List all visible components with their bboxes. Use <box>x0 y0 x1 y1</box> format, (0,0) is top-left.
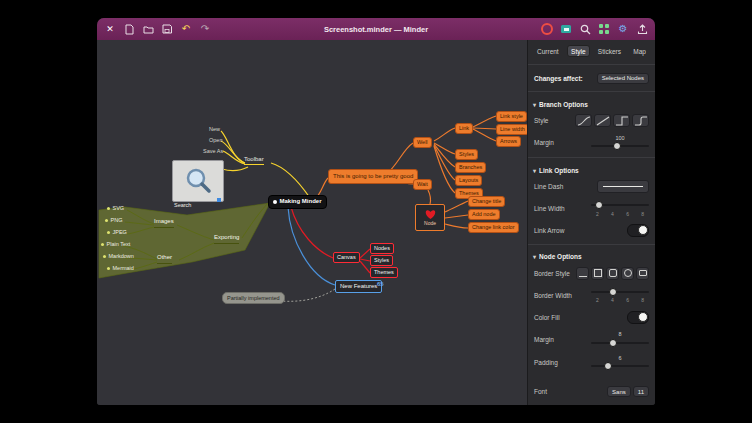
tab-map[interactable]: Map <box>629 45 650 57</box>
node-wait[interactable]: Wait <box>413 179 432 190</box>
node-toolbar-saveas[interactable]: Save As <box>203 148 223 155</box>
sidebar: Current Style Stickers Map Changes affec… <box>527 40 655 405</box>
underline-glyph <box>579 269 587 277</box>
tab-stickers[interactable]: Stickers <box>594 45 625 57</box>
close-icon[interactable]: ✕ <box>104 23 116 35</box>
branch-options-header[interactable]: ▾ Branch Options <box>533 101 650 108</box>
branch-options-title: Branch Options <box>539 101 588 108</box>
border-style-rounded4-button[interactable] <box>621 267 634 280</box>
color-fill-label: Color Fill <box>534 314 560 321</box>
branch-style-squared-button[interactable] <box>613 114 630 127</box>
link-arrow-row: Link Arrow <box>534 225 649 237</box>
node-partially-implemented[interactable]: Partially implemented <box>222 292 285 304</box>
font-size-spinner[interactable]: 11 <box>633 386 649 397</box>
border-width-slider[interactable] <box>591 287 649 296</box>
node-nodes[interactable]: Nodes <box>370 243 394 254</box>
heart-node-label: Node <box>424 220 436 226</box>
node-red-themes[interactable]: Themes <box>370 267 398 278</box>
branch-margin-label: Margin <box>534 139 554 146</box>
line-width-slider[interactable] <box>591 201 649 210</box>
node-line-width[interactable]: Line width <box>496 124 527 135</box>
branch-style-label: Style <box>534 117 548 124</box>
leaf-label: JPEG <box>113 229 127 236</box>
node-arrows[interactable]: Arrows <box>496 136 521 147</box>
node-change-link-color[interactable]: Change link color <box>468 222 519 233</box>
mindmap-canvas[interactable]: Making Minder Toolbar New Open Save As S… <box>97 40 527 405</box>
node-link[interactable]: Link <box>455 123 473 134</box>
tab-style[interactable]: Style <box>567 45 589 57</box>
node-other[interactable]: Other <box>157 254 172 264</box>
branch-style-row: Style <box>534 115 649 127</box>
node-svg[interactable]: SVG <box>107 205 124 212</box>
undo-icon[interactable]: ↶ <box>180 23 192 35</box>
open-folder-icon[interactable] <box>142 23 154 35</box>
grid-glyph <box>599 24 609 34</box>
color-fill-switch[interactable] <box>627 311 649 324</box>
selection-handle[interactable] <box>217 198 221 202</box>
link-options-header[interactable]: ▾ Link Options <box>533 167 650 174</box>
branch-style-rounded-button[interactable] <box>632 114 649 127</box>
node-layouts[interactable]: Layouts <box>455 175 482 186</box>
save-icon[interactable] <box>161 23 173 35</box>
bullet-icon <box>105 219 108 222</box>
separator <box>528 244 655 245</box>
node-margin-row: Margin 8 <box>534 332 649 346</box>
map-overview-icon[interactable] <box>598 23 610 35</box>
changes-affect-dropdown[interactable]: Selected Nodes <box>597 73 649 84</box>
node-heart[interactable]: Node <box>415 204 445 231</box>
border-style-label: Border Style <box>534 270 570 277</box>
branch-margin-value: 100 <box>615 135 624 141</box>
presentation-icon[interactable] <box>560 23 572 35</box>
chevron-down-icon: ▾ <box>533 167 536 174</box>
node-branches[interactable]: Branches <box>455 162 486 173</box>
node-search-image[interactable] <box>172 160 224 202</box>
font-family-button[interactable]: Sans <box>607 386 631 397</box>
new-document-icon[interactable] <box>123 23 135 35</box>
node-options-header[interactable]: ▾ Node Options <box>533 253 650 260</box>
node-canvas[interactable]: Canvas <box>333 252 360 263</box>
border-style-square-button[interactable] <box>591 267 604 280</box>
node-images[interactable]: Images <box>154 218 174 228</box>
rounded-square-glyph <box>609 269 617 277</box>
border-style-pill-button[interactable] <box>636 267 649 280</box>
zoom-icon[interactable] <box>579 23 591 35</box>
branch-style-curved-button[interactable] <box>575 114 592 127</box>
node-png[interactable]: PNG <box>105 217 122 224</box>
line-dash-dropdown[interactable] <box>597 180 649 193</box>
tab-current[interactable]: Current <box>533 45 563 57</box>
settings-gear-icon[interactable]: ⚙ <box>617 23 629 35</box>
node-toolbar[interactable]: Toolbar <box>244 156 264 165</box>
export-icon[interactable] <box>636 23 648 35</box>
titlebar[interactable]: ✕ ↶ ↷ Screenshot.minder — Minder ⚙ <box>97 18 655 40</box>
node-toolbar-open[interactable]: Open <box>209 137 222 144</box>
node-root[interactable]: Making Minder <box>268 195 327 209</box>
branch-margin-slider[interactable] <box>591 142 649 151</box>
link-options-title: Link Options <box>539 167 579 174</box>
node-padding-value: 6 <box>618 355 621 361</box>
node-pretty-good[interactable]: This is going to be pretty good <box>328 169 418 184</box>
node-well[interactable]: Well <box>413 137 432 148</box>
node-link-style[interactable]: Link style <box>496 111 527 122</box>
node-change-title[interactable]: Change title <box>468 196 505 207</box>
node-padding-slider[interactable] <box>591 362 649 371</box>
node-jpeg[interactable]: JPEG <box>107 229 127 236</box>
node-styles[interactable]: Styles <box>455 149 478 160</box>
node-new-features[interactable]: New Features <box>335 280 382 293</box>
branch-style-straight-button[interactable] <box>594 114 611 127</box>
node-toolbar-new[interactable]: New <box>209 126 220 133</box>
node-margin-slider[interactable] <box>591 338 649 347</box>
node-mermaid[interactable]: Mermaid <box>107 265 134 272</box>
border-style-rounded2-button[interactable] <box>606 267 619 280</box>
border-style-underline-button[interactable] <box>576 267 589 280</box>
node-markdown[interactable]: Markdown <box>103 253 134 260</box>
focus-mode-icon[interactable] <box>541 23 553 35</box>
node-plain-text[interactable]: Plain Text <box>101 241 130 248</box>
border-style-row: Border Style <box>534 267 649 279</box>
node-add-node[interactable]: Add node <box>468 209 500 220</box>
node-red-styles[interactable]: Styles <box>370 255 393 266</box>
link-arrow-switch[interactable] <box>627 224 649 237</box>
node-search-label[interactable]: Search <box>174 202 191 209</box>
redo-icon[interactable]: ↷ <box>199 23 211 35</box>
bullet-icon <box>101 243 104 246</box>
node-exporting[interactable]: Exporting <box>214 234 239 244</box>
